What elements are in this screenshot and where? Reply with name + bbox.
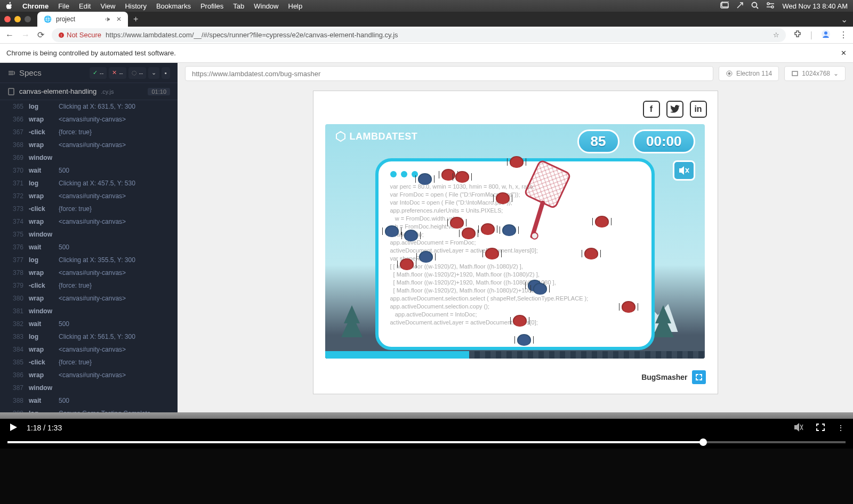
tray-icon[interactable] bbox=[720, 2, 729, 11]
menubar-clock[interactable]: Wed Nov 13 8:40 AM bbox=[782, 2, 848, 10]
bug-red[interactable] bbox=[622, 301, 635, 313]
log-row[interactable]: 389logCanvas Game Testing Complete bbox=[0, 407, 178, 412]
log-row[interactable]: 370wait500 bbox=[0, 164, 178, 177]
bug-red[interactable] bbox=[462, 227, 476, 239]
profile-icon[interactable] bbox=[821, 29, 831, 41]
bug-blue[interactable] bbox=[533, 283, 547, 295]
new-tab-button[interactable]: + bbox=[128, 14, 143, 24]
bug-blue[interactable] bbox=[419, 251, 433, 263]
volume-icon[interactable] bbox=[793, 422, 804, 434]
log-row[interactable]: 386wrap<canvas#unity-canvas> bbox=[0, 369, 178, 381]
bug-blue[interactable] bbox=[404, 230, 418, 241]
log-row[interactable]: 369window bbox=[0, 151, 178, 164]
menu-history[interactable]: History bbox=[125, 2, 146, 10]
tray-icon[interactable] bbox=[736, 2, 744, 11]
close-window[interactable] bbox=[4, 16, 11, 22]
bug-red[interactable] bbox=[513, 315, 527, 327]
menu-help[interactable]: Help bbox=[288, 2, 303, 10]
command-log[interactable]: 365logClicking at X: 631.5, Y: 300366wra… bbox=[0, 100, 178, 412]
log-row[interactable]: 366wrap<canvas#unity-canvas> bbox=[0, 113, 178, 126]
log-row[interactable]: 373-click{force: true} bbox=[0, 202, 178, 215]
video-seek-track[interactable] bbox=[7, 441, 846, 443]
address-bar[interactable]: ! Not Secure https://www.lambdatest.com/… bbox=[52, 28, 786, 42]
game-canvas[interactable]: LAMBDATEST 85 00:00 var perc = 80.0, wmi… bbox=[325, 124, 705, 359]
bug-blue[interactable] bbox=[517, 334, 531, 346]
bug-red[interactable] bbox=[450, 217, 464, 229]
log-row[interactable]: 368wrap<canvas#unity-canvas> bbox=[0, 139, 178, 151]
menu-tab[interactable]: Tab bbox=[233, 2, 244, 10]
preview-url[interactable]: https://www.lambdatest.com/bug-smasher bbox=[185, 66, 713, 81]
game-caption: BugSmasher bbox=[641, 370, 705, 384]
apple-icon[interactable] bbox=[5, 2, 13, 11]
log-row[interactable]: 388wait500 bbox=[0, 394, 178, 407]
bug-blue[interactable] bbox=[418, 173, 432, 185]
log-row[interactable]: 379-click{force: true} bbox=[0, 279, 178, 292]
bug-red[interactable] bbox=[481, 223, 495, 235]
pending-count[interactable]: ◌-- bbox=[128, 67, 146, 79]
maximize-window[interactable] bbox=[25, 16, 31, 22]
menu-profiles[interactable]: Profiles bbox=[200, 2, 223, 10]
back-button[interactable]: ← bbox=[5, 30, 14, 40]
log-row[interactable]: 375window bbox=[0, 228, 178, 241]
bug-blue[interactable] bbox=[385, 225, 399, 237]
audio-icon[interactable]: 🕩 bbox=[104, 15, 111, 23]
mute-button[interactable] bbox=[673, 160, 695, 181]
log-row[interactable]: 387window bbox=[0, 381, 178, 394]
log-row[interactable]: 378wrap<canvas#unity-canvas> bbox=[0, 266, 178, 279]
log-row[interactable]: 367-click{force: true} bbox=[0, 126, 178, 139]
search-icon[interactable] bbox=[751, 2, 759, 11]
log-row[interactable]: 380wrap<canvas#unity-canvas> bbox=[0, 292, 178, 305]
browser-badge[interactable]: Electron 114 bbox=[719, 66, 779, 81]
viewport-badge[interactable]: 1024x768⌄ bbox=[784, 66, 846, 81]
close-tab-icon[interactable]: ✕ bbox=[116, 15, 122, 23]
minimize-window[interactable] bbox=[14, 16, 21, 22]
menu-window[interactable]: Window bbox=[254, 2, 278, 10]
bug-red[interactable] bbox=[455, 171, 469, 183]
extensions-icon[interactable] bbox=[793, 30, 802, 40]
bug-red[interactable] bbox=[584, 248, 598, 259]
twitter-icon[interactable] bbox=[666, 101, 683, 118]
log-row[interactable]: 374wrap<canvas#unity-canvas> bbox=[0, 215, 178, 228]
bug-red[interactable] bbox=[496, 192, 510, 204]
spec-file-row[interactable]: canvas-element-handling .cy.js 01:10 bbox=[0, 83, 178, 100]
menu-file[interactable]: File bbox=[58, 2, 69, 10]
app-name[interactable]: Chrome bbox=[22, 2, 49, 10]
bug-red[interactable] bbox=[510, 156, 524, 168]
menu-bookmarks[interactable]: Bookmarks bbox=[156, 2, 191, 10]
menu-icon[interactable]: ⋮ bbox=[839, 30, 848, 40]
facebook-icon[interactable]: f bbox=[643, 101, 660, 118]
log-row[interactable]: 376wait500 bbox=[0, 241, 178, 254]
security-indicator[interactable]: ! Not Secure bbox=[58, 31, 101, 39]
log-row[interactable]: 371logClicking at X: 457.5, Y: 530 bbox=[0, 177, 178, 190]
browser-tab[interactable]: 🌐 project 🕩 ✕ bbox=[37, 12, 128, 27]
bug-red[interactable] bbox=[485, 248, 499, 259]
log-row[interactable]: 381window bbox=[0, 305, 178, 318]
star-icon[interactable]: ☆ bbox=[773, 31, 779, 39]
chevron-down-icon[interactable]: ⌄ bbox=[148, 67, 159, 79]
stop-button[interactable]: ▪ bbox=[162, 67, 170, 79]
log-row[interactable]: 372wrap<canvas#unity-canvas> bbox=[0, 190, 178, 202]
play-button[interactable] bbox=[9, 422, 18, 434]
chevron-down-icon[interactable]: ⌄ bbox=[841, 14, 848, 25]
bug-blue[interactable] bbox=[502, 224, 516, 236]
log-row[interactable]: 384wrap<canvas#unity-canvas> bbox=[0, 343, 178, 356]
pass-count[interactable]: ✓-- bbox=[90, 67, 107, 79]
log-row[interactable]: 382wait500 bbox=[0, 318, 178, 330]
more-icon[interactable]: ⋮ bbox=[837, 424, 844, 432]
theater-icon[interactable] bbox=[816, 423, 825, 433]
log-row[interactable]: 365logClicking at X: 631.5, Y: 300 bbox=[0, 100, 178, 113]
log-row[interactable]: 383logClicking at X: 561.5, Y: 300 bbox=[0, 330, 178, 343]
scrollbar-strip[interactable] bbox=[0, 412, 853, 419]
log-row[interactable]: 385-click{force: true} bbox=[0, 356, 178, 369]
bug-red[interactable] bbox=[400, 258, 414, 270]
menu-edit[interactable]: Edit bbox=[79, 2, 91, 10]
bug-red[interactable] bbox=[595, 216, 609, 227]
control-center-icon[interactable] bbox=[766, 2, 775, 10]
close-infobar[interactable]: ✕ bbox=[841, 49, 847, 57]
menu-view[interactable]: View bbox=[100, 2, 115, 10]
reload-button[interactable]: ⟳ bbox=[37, 30, 44, 40]
fail-count[interactable]: ✕-- bbox=[109, 67, 126, 79]
log-row[interactable]: 377logClicking at X: 355.5, Y: 300 bbox=[0, 254, 178, 266]
fullscreen-icon[interactable] bbox=[692, 370, 706, 384]
linkedin-icon[interactable]: in bbox=[690, 101, 707, 118]
